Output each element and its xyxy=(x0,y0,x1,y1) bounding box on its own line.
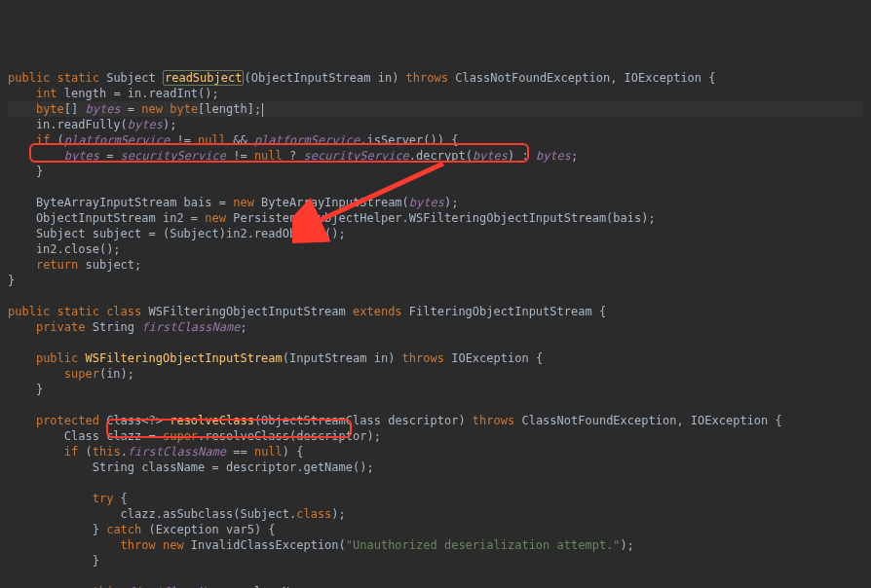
code-line: public static Subject readSubject(Object… xyxy=(8,70,716,86)
code-line: int length = in.readInt(); xyxy=(8,87,219,100)
code-line: } catch (Exception var5) { xyxy=(8,523,276,536)
code-line: } xyxy=(8,554,99,568)
code-line: } xyxy=(8,383,43,396)
code-line: ByteArrayInputStream bais = new ByteArra… xyxy=(8,196,458,209)
code-line: ObjectInputStream in2 = new PersistenceS… xyxy=(8,211,656,225)
code-line: Class clazz = super.resolveClass(descrip… xyxy=(8,429,381,443)
code-line: Subject subject = (Subject)in2.readObjec… xyxy=(8,227,346,240)
code-editor[interactable]: public static Subject readSubject(Object… xyxy=(8,70,863,588)
method-readSubject: readSubject xyxy=(163,70,244,86)
code-line: public WSFilteringObjectInputStream(Inpu… xyxy=(8,351,543,365)
code-line: if (this.firstClassName == null) { xyxy=(8,445,304,459)
code-line: } xyxy=(8,274,15,287)
code-line: throw new InvalidClassException("Unautho… xyxy=(8,538,634,552)
code-line: super(in); xyxy=(8,367,134,381)
caret-icon xyxy=(262,103,263,117)
code-line: in2.close(); xyxy=(8,242,121,256)
code-line: public static class WSFilteringObjectInp… xyxy=(8,305,606,318)
code-line: clazz.asSubclass(Subject.class); xyxy=(8,507,346,521)
code-line: private String firstClassName; xyxy=(8,320,247,334)
code-line: protected Class<?> resolveClass(ObjectSt… xyxy=(8,414,782,427)
code-line: if (platformService != null && platformS… xyxy=(8,133,458,147)
code-line: return subject; xyxy=(8,258,141,272)
code-line: try { xyxy=(8,492,128,505)
code-line: String className = descriptor.getName(); xyxy=(8,460,374,474)
code-line-cursor: byte[] bytes = new byte[length]; xyxy=(8,101,863,117)
code-line: } xyxy=(8,165,43,178)
code-line: in.readFully(bytes); xyxy=(8,118,176,131)
code-line: bytes = securityService != null ? securi… xyxy=(8,149,578,163)
